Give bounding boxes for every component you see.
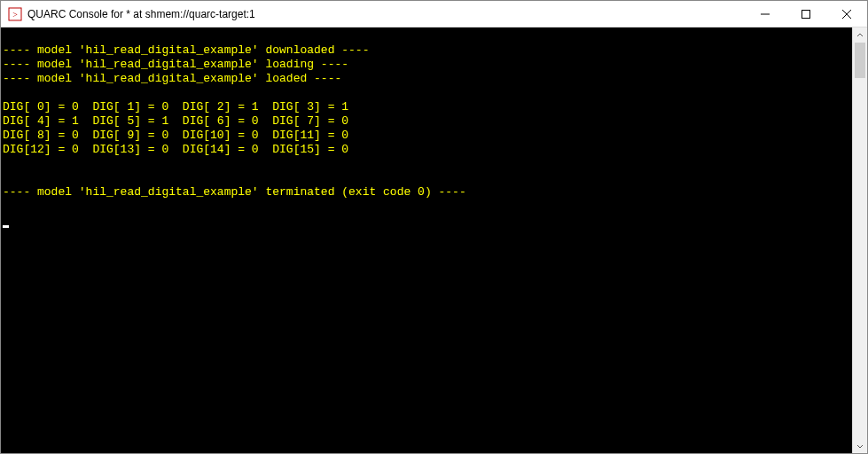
scrollbar-track[interactable] (853, 43, 867, 438)
window-title: QUARC Console for * at shmem://quarc-tar… (27, 8, 745, 20)
scrollbar-thumb[interactable] (855, 43, 865, 78)
minimize-button[interactable] (745, 1, 786, 27)
app-icon: > (8, 7, 22, 21)
client-area: ---- model 'hil_read_digital_example' do… (1, 27, 867, 453)
svg-text:>: > (12, 10, 18, 20)
maximize-button[interactable] (786, 1, 826, 27)
scroll-down-button[interactable] (853, 438, 867, 453)
text-cursor (3, 225, 9, 228)
console-output[interactable]: ---- model 'hil_read_digital_example' do… (1, 27, 852, 453)
window-controls (745, 1, 867, 27)
titlebar: > QUARC Console for * at shmem://quarc-t… (1, 1, 867, 27)
scroll-up-button[interactable] (853, 27, 867, 43)
vertical-scrollbar[interactable] (852, 27, 867, 453)
svg-rect-3 (802, 10, 810, 18)
close-button[interactable] (826, 1, 867, 27)
